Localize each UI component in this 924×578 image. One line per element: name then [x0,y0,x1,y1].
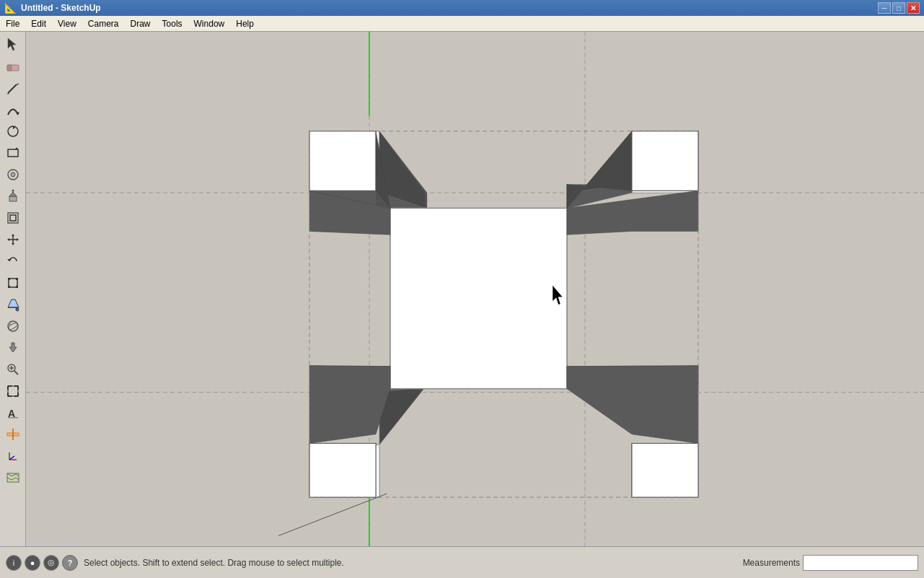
push-pull-icon [6,189,20,203]
status-text: Select objects. Shift to extend select. … [84,558,737,568]
map-icon [6,470,20,485]
main-layout: A Top [0,32,924,546]
menu-file[interactable]: File [0,17,25,30]
rotate-icon [6,254,20,268]
svg-point-37 [8,323,11,325]
geo-location-tool[interactable] [3,468,23,488]
scale-tool[interactable] [3,273,23,293]
svg-rect-52 [8,417,18,419]
pencil-tool[interactable] [3,78,23,98]
text-icon: A [6,406,20,420]
select-tool[interactable] [3,35,23,55]
close-button[interactable]: ✕ [907,2,920,14]
rectangle-tool[interactable] [3,143,23,163]
svg-rect-31 [16,286,18,288]
help-button[interactable]: ? [62,555,78,571]
eraser-icon [6,59,20,74]
svg-marker-17 [12,189,14,191]
toolbar: A [0,32,26,546]
statusbar-icons: i ● ◎ ? [6,555,78,571]
measurements-box: Measurements [743,555,918,571]
svg-rect-2 [7,65,12,71]
measurements-input[interactable] [803,555,918,571]
axes-icon [6,449,20,463]
circle-tool[interactable] [3,121,23,141]
status-icon-2[interactable]: ● [25,555,40,571]
svg-rect-30 [8,286,10,288]
statusbar: i ● ◎ ? Select objects. Shift to extend … [0,546,924,578]
svg-marker-20 [12,234,14,236]
svg-rect-102 [632,443,698,497]
menu-view[interactable]: View [52,17,82,30]
zoom-tool[interactable] [3,359,23,380]
menu-draw[interactable]: Draw [125,17,157,30]
zoom-extents-tool[interactable] [3,381,23,401]
move-icon [6,232,20,247]
rotate-tool[interactable] [3,251,23,271]
svg-rect-18 [8,213,18,223]
svg-rect-83 [390,208,567,388]
svg-rect-42 [8,386,18,396]
paint-bucket-icon [6,297,20,312]
zoom-extents-icon [6,384,20,398]
svg-marker-10 [15,147,18,149]
arc-tool[interactable] [3,100,23,120]
axes-tool[interactable] [3,446,23,466]
paint-bucket-tool[interactable] [3,294,23,315]
circle-icon [6,124,20,139]
svg-rect-88 [309,131,376,191]
svg-rect-28 [8,278,10,280]
svg-marker-5 [7,93,9,95]
titlebar: 📐 Untitled - SketchUp ─ □ ✕ [0,0,924,16]
menu-help[interactable]: Help [230,17,260,30]
svg-rect-98 [309,443,376,497]
svg-rect-29 [16,278,18,280]
svg-line-3 [8,84,17,93]
menubar: File Edit View Camera Draw Tools Window … [0,16,924,32]
svg-line-39 [14,371,18,375]
scale-icon [6,276,20,290]
scene-svg [26,32,924,546]
app-icon: 📐 [4,2,17,14]
eraser-tool[interactable] [3,56,23,76]
titlebar-title: Untitled - SketchUp [21,3,101,13]
svg-marker-15 [9,192,17,196]
pan-icon [6,341,20,355]
select-icon [6,38,20,52]
svg-marker-21 [12,243,14,245]
menu-tools[interactable]: Tools [157,17,188,30]
svg-marker-0 [8,38,16,51]
pencil-icon [6,81,20,95]
svg-marker-23 [17,238,19,241]
svg-marker-22 [7,238,9,241]
svg-marker-26 [7,259,12,261]
status-icon-3[interactable]: ◎ [43,555,59,571]
tape-measure-tool[interactable] [3,165,23,185]
section-plane-tool[interactable] [3,424,23,445]
titlebar-left: 📐 Untitled - SketchUp [4,2,101,14]
offset-tool[interactable] [3,208,23,228]
zoom-icon [6,362,20,377]
orbit-icon [6,319,20,333]
pan-tool[interactable] [3,338,23,358]
arc-icon [6,102,20,117]
minimize-button[interactable]: ─ [878,2,891,14]
move-tool[interactable] [3,229,23,250]
tape-measure-icon [6,167,20,182]
menu-window[interactable]: Window [188,17,231,30]
titlebar-buttons: ─ □ ✕ [878,2,920,14]
menu-edit[interactable]: Edit [25,17,52,30]
measurements-label: Measurements [743,558,800,568]
svg-rect-9 [8,149,18,157]
rectangle-icon [6,146,20,160]
canvas-area[interactable]: Top [26,32,924,546]
offset-icon [6,211,20,225]
text-tool[interactable]: A [3,403,23,423]
orbit-tool[interactable] [3,316,23,336]
svg-rect-94 [632,131,698,191]
menu-camera[interactable]: Camera [82,17,125,30]
maximize-button[interactable]: □ [892,2,905,14]
status-icon-1[interactable]: i [6,555,22,571]
push-pull-tool[interactable] [3,186,23,206]
section-plane-icon [6,427,20,442]
